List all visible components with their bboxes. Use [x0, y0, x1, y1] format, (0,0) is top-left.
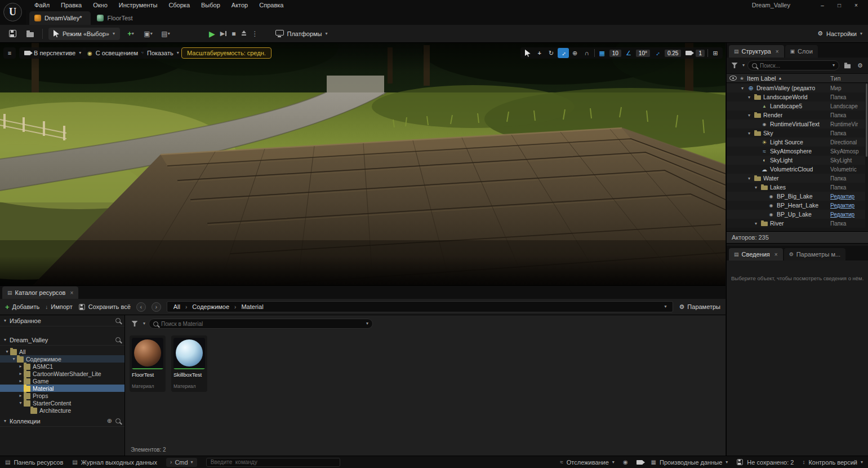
- forward-button[interactable]: ›: [152, 302, 161, 312]
- outliner-row[interactable]: ▾ DreamValley (редакто Мир: [727, 83, 865, 92]
- row-type-label[interactable]: Папка: [830, 130, 865, 136]
- expand-arrow-icon[interactable]: ▾: [753, 221, 759, 226]
- view-mode-dropdown[interactable]: ◉ С освещением ▾: [82, 47, 149, 59]
- breadcrumb[interactable]: All › Содержимое › Material ▾: [167, 301, 674, 312]
- expand-arrow-icon[interactable]: ▾: [746, 176, 752, 181]
- import-button[interactable]: ↓ Импорт: [45, 303, 72, 310]
- expand-arrow-icon[interactable]: ▸: [18, 371, 23, 376]
- close-icon[interactable]: ×: [774, 251, 778, 258]
- folder-tree-item[interactable]: ▸ Props: [0, 392, 124, 399]
- star-icon[interactable]: ★: [740, 76, 744, 81]
- expand-arrow-icon[interactable]: ▾: [5, 349, 10, 354]
- frame-skip-button[interactable]: ▶: [220, 30, 226, 37]
- outliner-scrollbar[interactable]: [866, 83, 867, 157]
- row-type-label[interactable]: Папка: [830, 184, 865, 191]
- row-type-label[interactable]: RuntimeVir: [830, 121, 865, 127]
- folder-tree-item[interactable]: ▸ ASMC1: [0, 363, 124, 370]
- filter-button[interactable]: [130, 319, 140, 329]
- scale-tool-button[interactable]: ↔: [558, 48, 569, 58]
- back-button[interactable]: ‹: [136, 302, 146, 312]
- cmd-dropdown[interactable]: › Cmd ▾: [166, 458, 197, 467]
- filter-button[interactable]: [729, 60, 740, 70]
- close-icon[interactable]: ×: [848, 0, 865, 10]
- expand-arrow-icon[interactable]: ▾: [740, 86, 745, 91]
- search-icon[interactable]: [115, 337, 121, 342]
- add-button[interactable]: + Добавить: [5, 303, 39, 311]
- rotation-snap-value[interactable]: 10°: [636, 50, 650, 57]
- console-command-input[interactable]: [206, 458, 340, 467]
- camera-speed-button[interactable]: [683, 48, 694, 58]
- record-icon[interactable]: ◉: [623, 459, 628, 465]
- search-icon[interactable]: [115, 318, 121, 323]
- asset-card[interactable]: FloorTest Материал: [130, 335, 166, 392]
- folder-tree-item[interactable]: ▸ CartoonWaterShader_Lite: [0, 370, 124, 377]
- close-icon[interactable]: ×: [70, 290, 73, 296]
- content-drawer-button[interactable]: ▤ Панель ресурсов: [5, 459, 63, 466]
- select-tool-button[interactable]: [522, 48, 533, 58]
- row-type-label[interactable]: Volumetric: [830, 166, 865, 173]
- chevron-down-icon[interactable]: ▾: [664, 304, 666, 309]
- folder-tree-item[interactable]: ▾ All: [0, 348, 124, 355]
- blueprints-dropdown[interactable]: ▣ ▾: [141, 28, 155, 40]
- tracking-dropdown[interactable]: ≈ Отслеживание ▾: [560, 459, 615, 466]
- add-collection-icon[interactable]: ⊕: [107, 417, 112, 425]
- unsaved-button[interactable]: Не сохранено: 2: [736, 458, 794, 466]
- expand-arrow-icon[interactable]: ▾: [746, 95, 752, 100]
- browse-content-button[interactable]: [23, 28, 37, 40]
- search-icon[interactable]: [115, 418, 121, 423]
- tab-outliner[interactable]: ▤ Структура ×: [729, 45, 784, 58]
- surface-snap-toggle[interactable]: ∩: [581, 48, 593, 58]
- row-type-label[interactable]: Папка: [830, 220, 865, 227]
- camera-capture-button[interactable]: [636, 460, 643, 465]
- outliner-row[interactable]: SkyAtmosphere SkyAtmosp: [727, 147, 865, 156]
- eject-button[interactable]: [241, 30, 247, 37]
- favorites-section-header[interactable]: ▾ Избранное: [0, 315, 124, 326]
- add-actor-dropdown[interactable]: + ▾: [124, 28, 137, 40]
- row-type-label[interactable]: Папка: [830, 112, 865, 118]
- collections-section-header[interactable]: ▾ Коллекции ⊕: [0, 416, 124, 427]
- unreal-logo-icon[interactable]: U: [3, 3, 22, 21]
- new-folder-button[interactable]: [842, 60, 852, 70]
- settings-dropdown[interactable]: ⚙ Настройки ▾: [817, 30, 862, 37]
- outliner-row[interactable]: ▾ Render Папка: [727, 111, 865, 120]
- show-dropdown[interactable]: Показать ▾: [142, 47, 184, 59]
- tab-layers[interactable]: ▣ Слои: [785, 45, 818, 58]
- tab-content-browser[interactable]: ▤ Каталог ресурсов ×: [2, 286, 78, 299]
- menu-file[interactable]: Файл: [29, 1, 55, 9]
- tab-dreamvalley[interactable]: DreamValley*: [29, 11, 91, 25]
- expand-arrow-icon[interactable]: ▾: [746, 113, 752, 118]
- outliner-row[interactable]: VolumetricCloud Volumetric: [727, 165, 865, 174]
- folder-tree-item[interactable]: ▾ Содержимое: [0, 355, 124, 363]
- asset-card[interactable]: SkillboxTest Материал: [171, 335, 207, 392]
- column-item-label[interactable]: Item Label ▲: [747, 75, 827, 82]
- expand-arrow-icon[interactable]: ▾: [746, 131, 752, 136]
- scale-snap-value[interactable]: 0.25: [665, 50, 681, 57]
- minimize-icon[interactable]: –: [814, 0, 831, 10]
- outliner-row[interactable]: ▾ Lakes Папка: [727, 183, 865, 192]
- grid-snap-value[interactable]: 10: [609, 50, 621, 57]
- expand-arrow-icon[interactable]: ▸: [18, 364, 23, 369]
- row-type-label[interactable]: Landscape: [830, 103, 865, 109]
- visibility-eye-icon[interactable]: [729, 76, 737, 81]
- outliner-row[interactable]: ▾ LandscapeWorld Папка: [727, 92, 865, 101]
- cinematics-dropdown[interactable]: ▤ ▾: [159, 28, 172, 40]
- outliner-row[interactable]: ▾ Sky Папка: [727, 129, 865, 138]
- outliner-row[interactable]: Light Source Directional: [727, 138, 865, 147]
- outliner-search-input[interactable]: [760, 63, 830, 69]
- row-type-label[interactable]: Directional: [830, 139, 865, 145]
- close-icon[interactable]: ×: [776, 48, 779, 55]
- derived-data-dropdown[interactable]: ▦ Производные данные ▾: [651, 459, 728, 466]
- tab-floortest[interactable]: FloorTest: [92, 11, 141, 25]
- folder-tree-item[interactable]: Architecture: [0, 407, 124, 414]
- expand-arrow-icon[interactable]: ▾: [11, 356, 16, 361]
- output-log-button[interactable]: ▤ Журнал выходных данных: [72, 459, 157, 466]
- maximize-viewport-button[interactable]: ⊞: [710, 48, 721, 58]
- row-type-label[interactable]: Мир: [830, 85, 865, 91]
- outliner-row[interactable]: BP_Big_Lake Редактир: [727, 192, 865, 201]
- editor-mode-dropdown[interactable]: Режим «Выбор» ▾: [48, 28, 120, 40]
- save-button[interactable]: [6, 28, 19, 40]
- folder-tree-item[interactable]: Material: [0, 385, 124, 392]
- world-space-toggle[interactable]: ⊕: [569, 48, 581, 58]
- row-type-label[interactable]: Редактир: [830, 202, 865, 209]
- save-all-button[interactable]: Сохранить всё: [78, 303, 131, 311]
